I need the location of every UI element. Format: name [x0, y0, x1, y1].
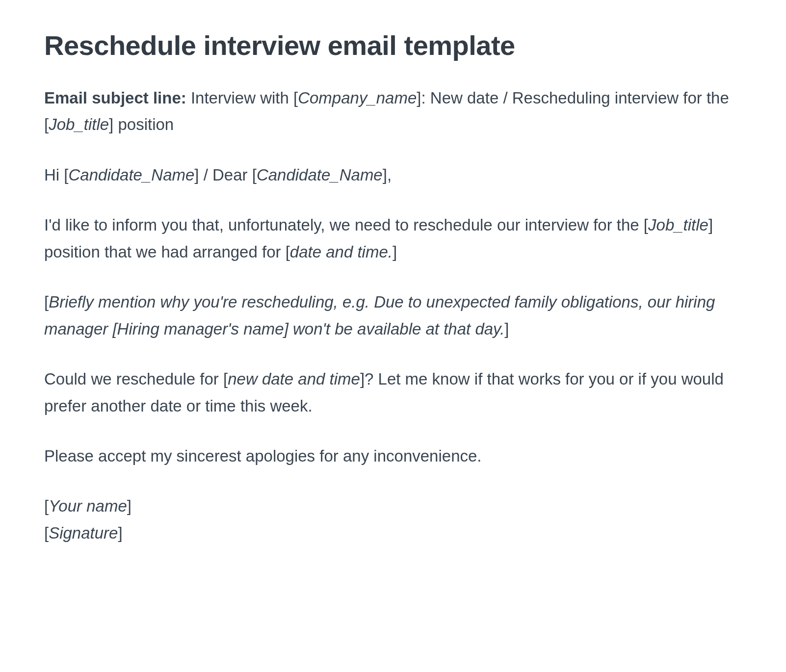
greeting-line: Hi [Candidate_Name] / Dear [Candidate_Na…: [44, 162, 742, 188]
placeholder-signature: Signature: [49, 524, 118, 542]
body2-text-2: ]: [504, 320, 509, 338]
placeholder-candidate-name-2: Candidate_Name: [257, 166, 383, 184]
body-paragraph-2: [Briefly mention why you're rescheduling…: [44, 289, 742, 342]
placeholder-candidate-name-1: Candidate_Name: [69, 166, 195, 184]
greeting-text-1: Hi [: [44, 166, 69, 184]
sig2-text-1: [: [44, 524, 49, 542]
placeholder-job-title-2: Job_title: [648, 216, 708, 234]
subject-label: Email subject line:: [44, 89, 186, 107]
document-title: Reschedule interview email template: [44, 29, 742, 61]
body2-text-1: [: [44, 293, 49, 311]
greeting-text-3: ],: [383, 166, 392, 184]
signature-block: [Your name] [Signature]: [44, 493, 742, 546]
placeholder-date-time: date and time.: [290, 243, 393, 261]
body-paragraph-1: I'd like to inform you that, unfortunate…: [44, 212, 742, 265]
subject-text-1: Interview with [: [186, 89, 298, 107]
placeholder-reschedule-reason: Briefly mention why you're rescheduling,…: [44, 293, 715, 337]
placeholder-new-date-time: new date and time: [228, 370, 360, 388]
subject-text-3: ] position: [109, 115, 174, 133]
greeting-text-2: ] / Dear [: [194, 166, 257, 184]
body3-text-1: Could we reschedule for [: [44, 370, 228, 388]
placeholder-your-name: Your name: [49, 497, 127, 515]
body-paragraph-3: Could we reschedule for [new date and ti…: [44, 366, 742, 419]
subject-line: Email subject line: Interview with [Comp…: [44, 85, 742, 138]
placeholder-job-title: Job_title: [49, 115, 109, 133]
signature-line-2: [Signature]: [44, 520, 742, 546]
body1-text-1: I'd like to inform you that, unfortunate…: [44, 216, 648, 234]
body-paragraph-4: Please accept my sincerest apologies for…: [44, 443, 742, 469]
signature-line-1: [Your name]: [44, 493, 742, 519]
sig1-text-1: [: [44, 497, 49, 515]
sig2-text-2: ]: [118, 524, 122, 542]
body1-text-3: ]: [393, 243, 397, 261]
placeholder-company-name: Company_name: [298, 89, 417, 107]
sig1-text-2: ]: [127, 497, 131, 515]
